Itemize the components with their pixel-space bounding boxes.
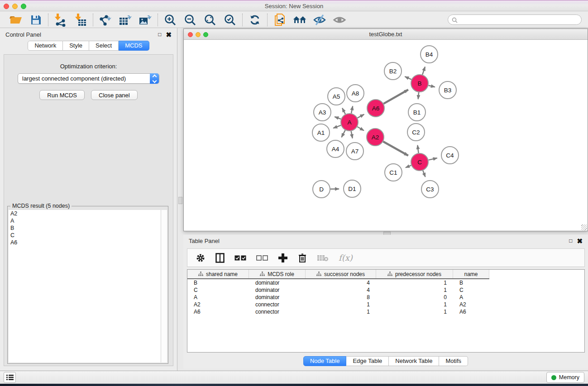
column-header-name[interactable]: name — [453, 270, 489, 278]
export-table-icon[interactable] — [119, 13, 132, 27]
table-cell[interactable]: dominator — [249, 286, 306, 294]
table-cell[interactable]: A6 — [187, 308, 249, 315]
close-panel-button[interactable]: Close panel — [91, 90, 138, 100]
settings-icon[interactable] — [196, 253, 206, 263]
graph-edge[interactable] — [406, 165, 411, 167]
tab-motifs[interactable]: Motifs — [439, 356, 468, 366]
save-session-icon[interactable] — [29, 13, 43, 27]
tab-node-table[interactable]: Node Table — [303, 356, 347, 366]
table-cell[interactable]: B — [187, 279, 249, 286]
table-cell[interactable]: C — [453, 286, 489, 294]
close-table-panel-icon[interactable]: ✖ — [577, 238, 583, 244]
table-cell[interactable]: dominator — [249, 294, 306, 301]
graph-edge[interactable] — [333, 125, 341, 128]
net-zoom-button[interactable] — [203, 32, 208, 37]
home-icon[interactable] — [293, 13, 306, 27]
table-cell[interactable]: A — [187, 294, 249, 301]
zoom-window-button[interactable] — [21, 4, 26, 9]
result-list-item[interactable]: B — [9, 224, 161, 232]
result-list-item[interactable]: A6 — [9, 239, 161, 246]
function-builder-icon[interactable]: f(x) — [339, 253, 353, 262]
column-icon[interactable] — [215, 253, 225, 263]
destroy-table-icon[interactable] — [317, 254, 329, 262]
zoom-in-icon[interactable] — [163, 13, 177, 27]
graph-edge[interactable] — [405, 76, 411, 80]
memory-button[interactable]: Memory — [546, 372, 584, 383]
table-cell[interactable]: 4 — [306, 279, 376, 286]
result-scrollbar[interactable] — [161, 210, 167, 362]
column-header-predecessor-nodes[interactable]: predecessor nodes — [376, 270, 453, 278]
graph-edge[interactable] — [417, 145, 418, 153]
table-cell[interactable]: connector — [249, 301, 306, 308]
net-close-button[interactable] — [188, 32, 193, 37]
graph-edge[interactable] — [383, 142, 408, 156]
result-list-item[interactable]: C — [9, 232, 161, 239]
add-icon[interactable] — [278, 253, 288, 263]
graph-edge[interactable] — [342, 108, 345, 114]
select-all-icon[interactable] — [234, 255, 246, 261]
import-table-icon[interactable] — [74, 13, 87, 27]
table-cell[interactable]: B — [453, 279, 489, 286]
table-row[interactable]: A2connector11A2 — [187, 301, 584, 308]
export-network-icon[interactable] — [99, 13, 112, 27]
table-cell[interactable]: 1 — [306, 308, 376, 315]
table-cell[interactable]: A2 — [453, 301, 489, 308]
deselect-all-icon[interactable] — [256, 255, 268, 261]
column-header-MCDS-role[interactable]: MCDS role — [249, 270, 306, 278]
table-row[interactable]: Adominator80A — [187, 294, 584, 301]
graph-edge[interactable] — [357, 127, 364, 130]
table-cell[interactable]: 1 — [376, 286, 453, 294]
column-header-shared-name[interactable]: shared name — [187, 270, 249, 278]
graph-edge[interactable] — [418, 92, 419, 99]
graph-edge[interactable] — [358, 114, 364, 118]
search-input[interactable] — [448, 14, 582, 25]
graph-edge[interactable] — [429, 158, 437, 160]
refresh-icon[interactable] — [248, 13, 262, 27]
table-cell[interactable]: 0 — [376, 294, 453, 301]
table-cell[interactable]: 1 — [306, 301, 376, 308]
delete-icon[interactable] — [298, 253, 307, 263]
table-cell[interactable]: 1 — [376, 279, 453, 286]
show-eye-icon[interactable] — [333, 13, 346, 27]
graph-edge[interactable] — [428, 86, 435, 87]
tab-network-table[interactable]: Network Table — [389, 356, 439, 366]
table-row[interactable]: Bdominator41B — [187, 279, 584, 286]
net-minimize-button[interactable] — [196, 32, 201, 37]
network-canvas[interactable]: B4B2BB3A8A5A6B1A3AA1C2A2A4A7C4CC1C3DD1 — [184, 40, 588, 231]
table-cell[interactable]: 1 — [376, 301, 453, 308]
table-cell[interactable]: dominator — [249, 279, 306, 286]
graph-edge[interactable] — [423, 171, 425, 177]
table-cell[interactable]: A6 — [453, 308, 489, 315]
criterion-select[interactable]: largest connected component (directed) — [18, 73, 159, 84]
graph-edge[interactable] — [351, 106, 353, 113]
table-cell[interactable]: 1 — [376, 308, 453, 315]
minimize-window-button[interactable] — [12, 4, 18, 9]
table-cell[interactable]: A — [453, 294, 489, 301]
float-panel-icon[interactable]: □ — [158, 32, 161, 37]
tab-edge-table[interactable]: Edge Table — [346, 356, 389, 366]
zoom-fit-icon[interactable] — [203, 13, 217, 27]
network-window-titlebar[interactable]: testGlobe.txt — [184, 29, 588, 40]
table-body[interactable]: Bdominator41BCdominator41CAdominator80AA… — [187, 279, 584, 315]
open-session-icon[interactable] — [9, 13, 23, 27]
graph-edge[interactable] — [341, 130, 345, 138]
run-mcds-button[interactable]: Run MCDS — [39, 90, 85, 100]
zoom-selected-icon[interactable] — [223, 13, 237, 27]
tab-mcds[interactable]: MCDS — [119, 41, 149, 51]
table-cell[interactable]: connector — [249, 308, 306, 315]
column-header-successor-nodes[interactable]: successor nodes — [306, 270, 376, 278]
export-image-icon[interactable] — [139, 13, 152, 27]
close-panel-icon[interactable]: ✖ — [166, 31, 172, 38]
graph-edge[interactable] — [351, 131, 353, 138]
zoom-out-icon[interactable] — [183, 13, 197, 27]
tab-select[interactable]: Select — [89, 41, 119, 51]
graph-edge[interactable] — [335, 117, 341, 119]
splitter-grip-vertical[interactable] — [178, 197, 182, 204]
window-resize-grip[interactable] — [581, 224, 587, 230]
task-history-button[interactable] — [4, 372, 16, 383]
import-network-icon[interactable] — [54, 13, 67, 27]
hide-graphics-details-icon[interactable] — [313, 13, 326, 27]
clone-network-icon[interactable] — [273, 13, 287, 27]
graph-edge[interactable] — [422, 67, 425, 75]
table-cell[interactable]: 4 — [306, 286, 376, 294]
